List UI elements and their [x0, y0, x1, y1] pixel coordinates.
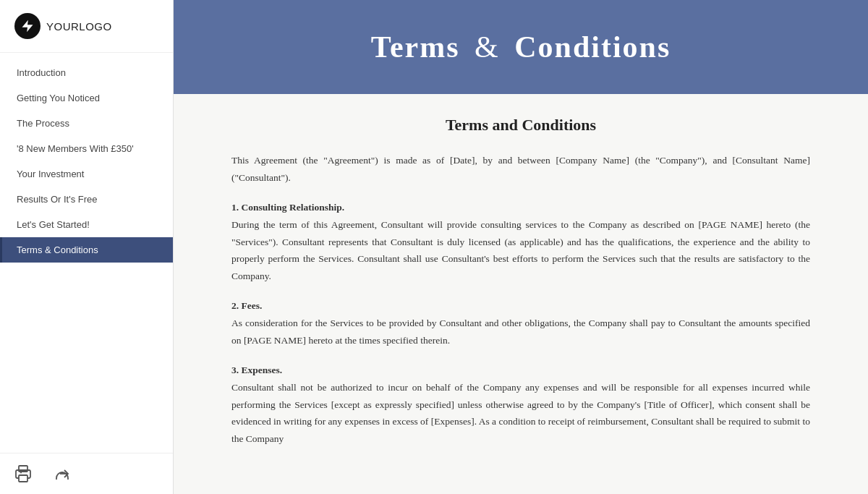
logo-text: YOURLOGO	[46, 20, 112, 33]
logo-area: YOURLOGO	[0, 0, 173, 53]
content-title: Terms and Conditions	[231, 116, 810, 135]
sidebar-item-0[interactable]: Introduction	[0, 60, 173, 85]
sidebar-item-3[interactable]: '8 New Members With £350'	[0, 136, 173, 161]
sidebar-item-1[interactable]: Getting You Noticed	[0, 85, 173, 111]
section2-body: As consideration for the Services to be …	[231, 318, 810, 346]
section1-title: 1. Consulting Relationship.	[231, 202, 344, 213]
logo-light: LOGO	[79, 20, 111, 33]
main-content: Terms & Conditions Terms and Conditions …	[174, 0, 868, 494]
sidebar-item-2[interactable]: The Process	[0, 111, 173, 136]
section2-title: 2. Fees.	[231, 300, 262, 311]
svg-marker-0	[22, 20, 33, 33]
logo-icon	[14, 13, 41, 39]
share-button[interactable]	[54, 465, 71, 482]
intro-paragraph: This Agreement (the "Agreement") is made…	[231, 152, 810, 186]
section3-body: Consultant shall not be authorized to in…	[231, 382, 810, 444]
sidebar-nav: IntroductionGetting You NoticedThe Proce…	[0, 53, 173, 453]
sidebar-actions	[0, 453, 173, 494]
logo-bold: YOUR	[46, 20, 79, 33]
print-button[interactable]	[14, 465, 32, 482]
section3-paragraph: 3. Expenses. Consultant shall not be aut…	[231, 362, 810, 447]
content-body: This Agreement (the "Agreement") is made…	[231, 152, 810, 447]
section2-paragraph: 2. Fees. As consideration for the Servic…	[231, 297, 810, 349]
header-banner: Terms & Conditions	[174, 0, 868, 94]
banner-ampersand: &	[475, 30, 500, 64]
banner-title: Terms & Conditions	[371, 30, 671, 64]
sidebar-item-7[interactable]: Terms & Conditions	[0, 237, 173, 263]
sidebar: YOURLOGO IntroductionGetting You Noticed…	[0, 0, 174, 494]
section3-title: 3. Expenses.	[231, 365, 282, 375]
banner-title-part1: Terms	[371, 30, 460, 64]
sidebar-item-6[interactable]: Let's Get Started!	[0, 212, 173, 237]
section1-body: During the term of this Agreement, Consu…	[231, 219, 810, 281]
sidebar-item-4[interactable]: Your Investment	[0, 161, 173, 187]
section1-paragraph: 1. Consulting Relationship. During the t…	[231, 199, 810, 284]
content-area: Terms and Conditions This Agreement (the…	[174, 94, 868, 494]
svg-rect-2	[19, 475, 27, 482]
sidebar-item-5[interactable]: Results Or It's Free	[0, 187, 173, 212]
banner-title-part2: Conditions	[514, 30, 671, 64]
